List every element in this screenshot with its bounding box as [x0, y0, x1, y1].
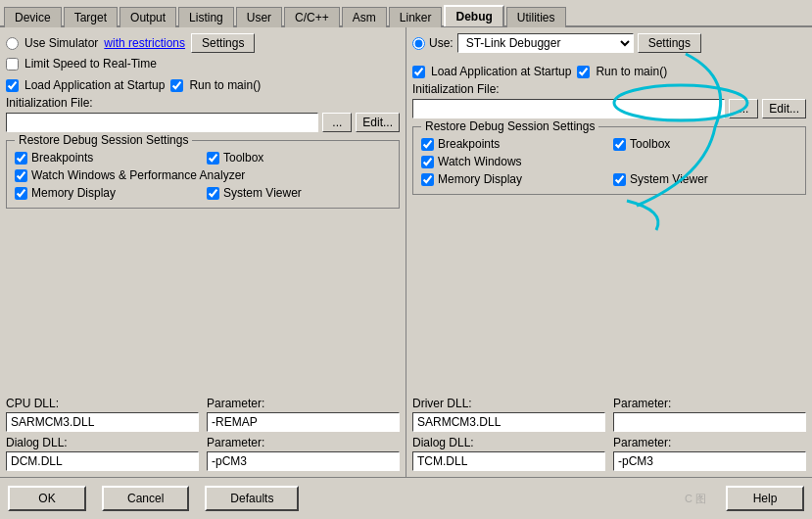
tab-device[interactable]: Device: [4, 7, 62, 27]
right-watch-row: Watch Windows: [421, 155, 797, 168]
right-driver-dll-input[interactable]: [412, 412, 605, 432]
left-cpu-dll-label: CPU DLL:: [6, 397, 199, 410]
tab-listing[interactable]: Listing: [178, 7, 234, 27]
tab-linker[interactable]: Linker: [389, 7, 443, 27]
right-browse-button[interactable]: ...: [729, 99, 758, 118]
right-driver-dll-col: Driver DLL:: [412, 397, 605, 432]
bottom-bar: OK Cancel Defaults C 图 Help: [0, 477, 812, 519]
right-load-app-row: Load Application at Startup Run to main(…: [412, 65, 806, 78]
use-label[interactable]: Use:: [429, 36, 454, 50]
cancel-button[interactable]: Cancel: [102, 486, 189, 511]
right-run-to-main-checkbox[interactable]: [577, 66, 590, 78]
use-debugger-row: Use: ST-Link Debugger Settings: [412, 33, 806, 53]
left-edit-button[interactable]: Edit...: [356, 113, 400, 132]
left-restore-group: Restore Debug Session Settings Breakpoin…: [6, 140, 400, 209]
right-memory-checkbox[interactable]: [421, 173, 434, 186]
simulator-radio[interactable]: [6, 37, 19, 50]
right-driver-param-input[interactable]: [613, 412, 806, 432]
left-breakpoints-label[interactable]: Breakpoints: [31, 151, 93, 165]
right-breakpoints-checkbox[interactable]: [421, 138, 434, 151]
right-memory-row: Memory Display: [421, 172, 605, 186]
left-dialog-dll-label: Dialog DLL:: [6, 436, 199, 449]
init-file-row: ... Edit...: [6, 113, 400, 132]
right-watch-label[interactable]: Watch Windows: [438, 155, 522, 168]
left-dialog-param-col: Parameter:: [207, 436, 400, 471]
right-toolbox-row: Toolbox: [613, 137, 797, 151]
tab-utilities[interactable]: Utilities: [506, 7, 566, 27]
right-dialog-param-input[interactable]: [613, 451, 806, 471]
right-watch-checkbox[interactable]: [421, 156, 434, 168]
right-dll-section: Driver DLL: Parameter: Dialog DLL: Param…: [412, 397, 806, 471]
debugger-dropdown[interactable]: ST-Link Debugger: [457, 33, 634, 53]
defaults-button[interactable]: Defaults: [205, 486, 299, 511]
right-dialog-dll-label: Dialog DLL:: [412, 436, 605, 449]
left-sysviewer-checkbox[interactable]: [207, 187, 219, 200]
left-watch-label[interactable]: Watch Windows & Performance Analyzer: [31, 168, 245, 182]
right-init-file-row: ... Edit...: [412, 99, 806, 118]
right-sysviewer-label[interactable]: System Viewer: [630, 172, 708, 186]
restrictions-link[interactable]: with restrictions: [104, 36, 185, 50]
right-dialog-dll-input[interactable]: [412, 451, 605, 471]
simulator-label[interactable]: Use Simulator: [24, 36, 98, 50]
left-toolbox-checkbox[interactable]: [207, 152, 219, 165]
right-breakpoints-label[interactable]: Breakpoints: [438, 137, 500, 151]
right-driver-dll-row: Driver DLL: Parameter:: [412, 397, 806, 432]
watermark-text: C 图: [685, 492, 706, 506]
left-dll-section: CPU DLL: Parameter: Dialog DLL: Paramete…: [6, 397, 400, 471]
left-settings-button[interactable]: Settings: [191, 33, 255, 53]
left-breakpoints-checkbox[interactable]: [15, 152, 27, 165]
help-button[interactable]: Help: [726, 486, 804, 511]
use-radio[interactable]: [412, 37, 425, 50]
init-file-input[interactable]: [6, 113, 318, 132]
tab-user[interactable]: User: [236, 7, 282, 27]
right-breakpoints-row: Breakpoints: [421, 137, 605, 151]
left-restore-group-title: Restore Debug Session Settings: [15, 133, 192, 147]
load-app-row: Load Application at Startup Run to main(…: [6, 78, 400, 92]
right-toolbox-checkbox[interactable]: [613, 138, 626, 151]
left-cpu-param-label: Parameter:: [207, 397, 400, 410]
simulator-row: Use Simulator with restrictions Settings: [6, 33, 400, 53]
right-settings-button[interactable]: Settings: [638, 33, 701, 53]
right-init-file-input[interactable]: [412, 99, 725, 118]
left-dialog-dll-input[interactable]: [6, 451, 199, 471]
left-memory-label[interactable]: Memory Display: [31, 186, 116, 200]
right-init-file-section: Initialization File: ... Edit...: [412, 82, 806, 118]
right-toolbox-label[interactable]: Toolbox: [630, 137, 670, 151]
left-sysviewer-label[interactable]: System Viewer: [223, 186, 302, 200]
run-to-main-label[interactable]: Run to main(): [189, 78, 261, 92]
tab-target[interactable]: Target: [64, 7, 118, 27]
left-breakpoints-row: Breakpoints: [15, 151, 199, 165]
right-restore-group-title: Restore Debug Session Settings: [421, 119, 598, 133]
left-watch-checkbox[interactable]: [15, 169, 27, 182]
left-cpu-param-input[interactable]: [207, 412, 400, 432]
right-edit-button[interactable]: Edit...: [762, 99, 806, 118]
left-cpu-dll-col: CPU DLL:: [6, 397, 199, 432]
right-dialog-param-label: Parameter:: [613, 436, 806, 449]
left-sysviewer-row: System Viewer: [207, 186, 391, 200]
right-load-app-label[interactable]: Load Application at Startup: [431, 65, 571, 78]
left-cpu-dll-input[interactable]: [6, 412, 199, 432]
left-dialog-dll-col: Dialog DLL:: [6, 436, 199, 471]
right-run-to-main-label[interactable]: Run to main(): [596, 65, 667, 78]
right-load-app-checkbox[interactable]: [412, 66, 425, 78]
tab-cpp[interactable]: C/C++: [284, 7, 340, 27]
left-dialog-param-label: Parameter:: [207, 436, 400, 449]
right-sysviewer-checkbox[interactable]: [613, 173, 626, 186]
tab-asm[interactable]: Asm: [342, 7, 387, 27]
right-memory-label[interactable]: Memory Display: [438, 172, 522, 186]
run-to-main-checkbox[interactable]: [170, 79, 183, 92]
load-app-label[interactable]: Load Application at Startup: [24, 78, 165, 92]
limit-speed-label[interactable]: Limit Speed to Real-Time: [24, 57, 157, 71]
left-browse-button[interactable]: ...: [322, 113, 352, 132]
left-dialog-param-input[interactable]: [207, 451, 400, 471]
left-dialog-dll-row: Dialog DLL: Parameter:: [6, 436, 400, 471]
left-toolbox-label[interactable]: Toolbox: [223, 151, 263, 165]
ok-button[interactable]: OK: [8, 486, 86, 511]
tab-debug[interactable]: Debug: [444, 5, 503, 26]
left-cpu-dll-row: CPU DLL: Parameter:: [6, 397, 400, 432]
load-app-checkbox[interactable]: [6, 79, 19, 92]
left-memory-checkbox[interactable]: [15, 187, 27, 200]
tab-output[interactable]: Output: [119, 7, 176, 27]
right-init-file-label: Initialization File:: [412, 82, 806, 96]
limit-speed-checkbox[interactable]: [6, 58, 19, 71]
